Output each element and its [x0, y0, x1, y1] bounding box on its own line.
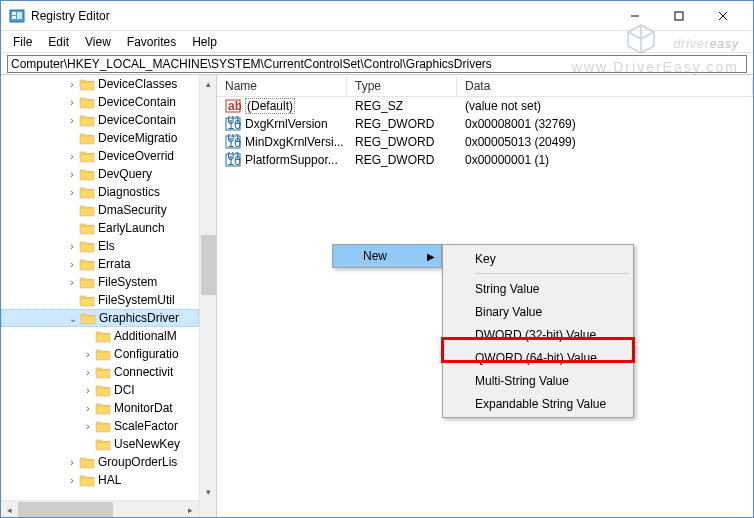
scroll-left-arrow[interactable]: ◂	[1, 501, 18, 517]
expand-icon[interactable]: ›	[81, 421, 95, 432]
tree-item[interactable]: AdditionalM	[1, 327, 199, 345]
expand-icon[interactable]: ›	[65, 97, 79, 108]
tree-item-label: HAL	[98, 473, 121, 487]
expand-icon[interactable]: ›	[65, 187, 79, 198]
tree-item[interactable]: DmaSecurity	[1, 201, 199, 219]
context-item-multistring[interactable]: Multi-String Value	[445, 369, 631, 392]
context-item-key[interactable]: Key	[445, 247, 631, 270]
menubar: File Edit View Favorites Help	[1, 31, 753, 53]
tree-item-label: Diagnostics	[98, 185, 160, 199]
tree-item[interactable]: ›Diagnostics	[1, 183, 199, 201]
tree-item[interactable]: ›DeviceContain	[1, 93, 199, 111]
tree-item-label: EarlyLaunch	[98, 221, 165, 235]
minimize-button[interactable]	[613, 2, 657, 30]
scroll-thumb-h[interactable]	[18, 502, 113, 517]
expand-icon[interactable]: ›	[65, 277, 79, 288]
scroll-right-arrow[interactable]: ▸	[182, 501, 199, 517]
tree-vertical-scrollbar[interactable]: ▴ ▾	[199, 75, 216, 517]
menu-help[interactable]: Help	[184, 33, 225, 51]
tree-item[interactable]: ›DeviceClasses	[1, 75, 199, 93]
tree-item[interactable]: FileSystemUtil	[1, 291, 199, 309]
tree-item[interactable]: ›DeviceOverrid	[1, 147, 199, 165]
expand-icon[interactable]: ›	[65, 457, 79, 468]
value-row[interactable]: 01101001PlatformSuppor...REG_DWORD0x0000…	[217, 151, 753, 169]
value-row[interactable]: 01101001MinDxgKrnlVersi...REG_DWORD0x000…	[217, 133, 753, 151]
tree-item[interactable]: ⌄GraphicsDriver	[1, 309, 199, 327]
tree-item[interactable]: ›MonitorDat	[1, 399, 199, 417]
maximize-button[interactable]	[657, 2, 701, 30]
expand-icon[interactable]: ›	[65, 259, 79, 270]
expand-icon[interactable]: ›	[81, 349, 95, 360]
value-name: DxgKrnlVersion	[245, 117, 328, 131]
tree-item[interactable]: ›GroupOrderLis	[1, 453, 199, 471]
menu-file[interactable]: File	[5, 33, 40, 51]
tree-item[interactable]: ›DeviceContain	[1, 111, 199, 129]
menu-favorites[interactable]: Favorites	[119, 33, 184, 51]
folder-icon	[79, 473, 95, 487]
context-item-new[interactable]: New ▶	[333, 245, 441, 267]
registry-tree[interactable]: ›DeviceClasses›DeviceContain›DeviceConta…	[1, 75, 216, 506]
tree-item-label: FileSystemUtil	[98, 293, 175, 307]
context-item-binary[interactable]: Binary Value	[445, 300, 631, 323]
context-item-qword[interactable]: QWORD (64-bit) Value	[445, 346, 631, 369]
tree-horizontal-scrollbar[interactable]: ◂ ▸	[1, 500, 199, 517]
tree-item[interactable]: ›FileSystem	[1, 273, 199, 291]
scroll-thumb[interactable]	[201, 235, 216, 295]
folder-icon	[79, 203, 95, 217]
folder-icon	[95, 329, 111, 343]
context-item-expandstring[interactable]: Expandable String Value	[445, 392, 631, 415]
expand-icon[interactable]: ›	[65, 151, 79, 162]
folder-icon	[79, 149, 95, 163]
tree-item[interactable]: ›Errata	[1, 255, 199, 273]
tree-item[interactable]: ›ScaleFactor	[1, 417, 199, 435]
folder-icon	[79, 239, 95, 253]
context-item-label: Expandable String Value	[475, 397, 606, 411]
context-item-label: New	[363, 249, 387, 263]
tree-panel: ›DeviceClasses›DeviceContain›DeviceConta…	[1, 75, 217, 517]
expand-icon[interactable]: ›	[65, 79, 79, 90]
folder-icon	[95, 383, 111, 397]
tree-item[interactable]: ›Connectivit	[1, 363, 199, 381]
folder-icon	[95, 365, 111, 379]
expand-icon[interactable]: ›	[65, 115, 79, 126]
expand-icon[interactable]: ›	[81, 403, 95, 414]
collapse-icon[interactable]: ⌄	[66, 313, 80, 324]
tree-item[interactable]: ›HAL	[1, 471, 199, 489]
tree-item[interactable]: ›DCI	[1, 381, 199, 399]
value-row[interactable]: ab(Default)REG_SZ(value not set)	[217, 97, 753, 115]
context-item-string[interactable]: String Value	[445, 277, 631, 300]
value-name: PlatformSuppor...	[245, 153, 338, 167]
column-type[interactable]: Type	[347, 77, 457, 95]
context-item-dword[interactable]: DWORD (32-bit) Value	[445, 323, 631, 346]
tree-item[interactable]: ›Els	[1, 237, 199, 255]
value-type: REG_DWORD	[347, 117, 457, 131]
scroll-up-arrow[interactable]: ▴	[200, 75, 217, 92]
tree-item-label: DmaSecurity	[98, 203, 167, 217]
expand-icon[interactable]: ›	[81, 367, 95, 378]
expand-icon[interactable]: ›	[65, 169, 79, 180]
close-button[interactable]	[701, 2, 745, 30]
address-bar	[1, 53, 753, 75]
tree-item[interactable]: DeviceMigratio	[1, 129, 199, 147]
expand-icon[interactable]: ›	[65, 241, 79, 252]
expand-icon[interactable]: ›	[65, 475, 79, 486]
menu-edit[interactable]: Edit	[40, 33, 77, 51]
folder-icon	[79, 275, 95, 289]
column-name[interactable]: Name	[217, 77, 347, 95]
values-list[interactable]: ab(Default)REG_SZ(value not set)01101001…	[217, 97, 753, 169]
menu-view[interactable]: View	[77, 33, 119, 51]
context-item-label: DWORD (32-bit) Value	[475, 328, 596, 342]
expand-icon[interactable]: ›	[81, 385, 95, 396]
column-data[interactable]: Data	[457, 77, 753, 95]
tree-item-label: FileSystem	[98, 275, 157, 289]
scroll-down-arrow[interactable]: ▾	[200, 483, 217, 500]
context-item-label: Key	[475, 252, 496, 266]
address-input[interactable]	[7, 55, 747, 73]
tree-item[interactable]: EarlyLaunch	[1, 219, 199, 237]
window-controls	[613, 2, 745, 30]
value-row[interactable]: 01101001DxgKrnlVersionREG_DWORD0x0000800…	[217, 115, 753, 133]
tree-item[interactable]: ›DevQuery	[1, 165, 199, 183]
tree-item[interactable]: UseNewKey	[1, 435, 199, 453]
tree-item[interactable]: ›Configuratio	[1, 345, 199, 363]
value-data: 0x00005013 (20499)	[457, 135, 753, 149]
